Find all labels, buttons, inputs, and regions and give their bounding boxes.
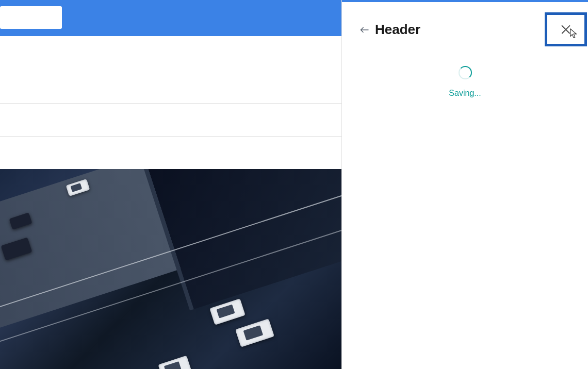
hero-image (0, 169, 341, 369)
back-arrow-icon[interactable] (360, 25, 370, 35)
close-button[interactable] (545, 12, 587, 46)
panel-title: Header (375, 22, 420, 38)
header-settings-panel: Header Saving... (341, 0, 588, 369)
main-content-area (0, 0, 341, 369)
app-top-bar (0, 0, 341, 36)
panel-header: Header (360, 22, 420, 38)
content-band-divider (0, 103, 341, 137)
saving-text: Saving... (342, 89, 588, 98)
search-input[interactable] (0, 6, 62, 29)
content-band-upper (0, 36, 341, 103)
saving-status: Saving... (342, 66, 588, 98)
panel-accent-border (342, 0, 588, 2)
spinner-icon (459, 66, 472, 79)
close-icon (561, 24, 571, 35)
